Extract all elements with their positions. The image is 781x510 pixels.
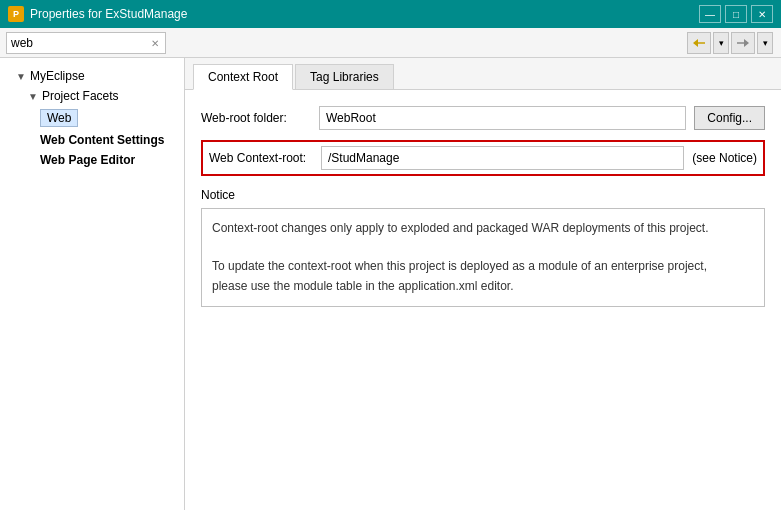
svg-text:P: P <box>13 9 19 19</box>
maximize-button[interactable]: □ <box>725 5 747 23</box>
config-button[interactable]: Config... <box>694 106 765 130</box>
tab-tag-libraries[interactable]: Tag Libraries <box>295 64 394 89</box>
notice-title: Notice <box>201 188 765 202</box>
minimize-button[interactable]: — <box>699 5 721 23</box>
title-bar-left: P Properties for ExStudManage <box>8 6 187 22</box>
notice-line2: To update the context-root when this pro… <box>212 257 754 276</box>
notice-box: Context-root changes only apply to explo… <box>201 208 765 307</box>
web-badge: Web <box>40 109 78 127</box>
notice-section: Notice Context-root changes only apply t… <box>201 188 765 307</box>
context-root-input[interactable] <box>321 146 684 170</box>
web-root-input[interactable] <box>319 106 686 130</box>
back-dropdown[interactable]: ▾ <box>713 32 729 54</box>
sidebar-item-label: Web Content Settings <box>40 133 164 147</box>
web-root-row: Web-root folder: Config... <box>201 106 765 130</box>
sidebar: ▼ MyEclipse ▼ Project Facets Web Web Con… <box>0 58 185 510</box>
forward-button[interactable] <box>731 32 755 54</box>
back-button[interactable] <box>687 32 711 54</box>
app-icon: P <box>8 6 24 22</box>
forward-dropdown[interactable]: ▾ <box>757 32 773 54</box>
tabs: Context Root Tag Libraries <box>185 58 781 90</box>
notice-line1: Context-root changes only apply to explo… <box>212 219 754 238</box>
notice-line3: please use the module table in the appli… <box>212 277 754 296</box>
myeclipse-chevron: ▼ <box>16 71 26 82</box>
title-buttons: — □ ✕ <box>699 5 773 23</box>
project-facets-chevron: ▼ <box>28 91 38 102</box>
title-bar: P Properties for ExStudManage — □ ✕ <box>0 0 781 28</box>
web-root-label: Web-root folder: <box>201 111 311 125</box>
sidebar-item-project-facets[interactable]: ▼ Project Facets <box>0 86 184 106</box>
see-notice-label: (see Notice) <box>692 151 757 165</box>
sidebar-item-label: Project Facets <box>42 89 119 103</box>
window-title: Properties for ExStudManage <box>30 7 187 21</box>
tab-context-root[interactable]: Context Root <box>193 64 293 90</box>
sidebar-item-myeclipse[interactable]: ▼ MyEclipse <box>0 66 184 86</box>
search-input[interactable] <box>11 36 151 50</box>
sidebar-item-label: MyEclipse <box>30 69 85 83</box>
web-context-root-row: Web Context-root: (see Notice) <box>201 140 765 176</box>
sidebar-item-label: Web Page Editor <box>40 153 135 167</box>
sidebar-item-web[interactable]: Web <box>0 106 184 130</box>
search-clear-icon[interactable]: ✕ <box>151 38 159 49</box>
toolbar: ✕ ▾ ▾ <box>0 28 781 58</box>
sidebar-item-web-page-editor[interactable]: Web Page Editor <box>0 150 184 170</box>
context-root-label: Web Context-root: <box>209 151 313 165</box>
main-container: ▼ MyEclipse ▼ Project Facets Web Web Con… <box>0 58 781 510</box>
content-body: Web-root folder: Config... Web Context-r… <box>185 90 781 323</box>
sidebar-item-web-content-settings[interactable]: Web Content Settings <box>0 130 184 150</box>
close-button[interactable]: ✕ <box>751 5 773 23</box>
content-area: Context Root Tag Libraries Web-root fold… <box>185 58 781 510</box>
